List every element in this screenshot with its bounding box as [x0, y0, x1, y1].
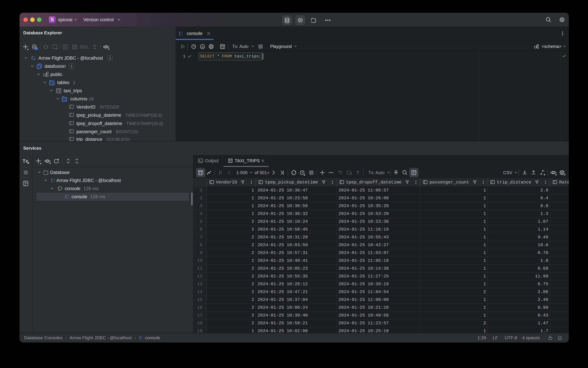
svg-text:p: p [202, 45, 204, 48]
